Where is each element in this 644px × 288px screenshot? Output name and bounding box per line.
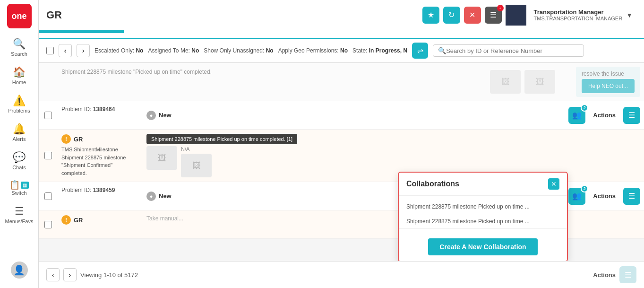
switch-icon2: ▦	[21, 182, 29, 189]
next-page-button[interactable]: ›	[77, 44, 90, 57]
row-description: Shipment 228875 milestone "Picked up on …	[58, 63, 486, 101]
row-checkbox[interactable]	[44, 112, 52, 119]
image-thumbnail: 🖼	[146, 146, 177, 170]
assigned-filter: Assigned To Me: No	[148, 47, 199, 54]
table-row: Shipment 228875 milestone "Picked up on …	[39, 63, 644, 101]
home-icon: 🏠	[13, 66, 26, 79]
row-id: ! GR	[58, 210, 143, 238]
row-type: ● New	[143, 182, 199, 210]
create-collaboration-button[interactable]: Create A New Collaboration	[428, 238, 537, 255]
collaborations-popup: Collaborations ✕ Shipment 228875 milesto…	[398, 172, 568, 261]
next-button[interactable]: ›	[63, 268, 77, 281]
collab-count-badge: 2	[581, 104, 588, 112]
geo-filter: Apply Geo Permissions: No	[278, 47, 348, 54]
collaboration-list: Shipment 228875 milestone Picked up on t…	[399, 196, 567, 233]
sidebar-item-problems[interactable]: ⚠️ Problems	[0, 90, 38, 118]
prev-page-button[interactable]: ‹	[59, 44, 72, 57]
row-images: 🖼 🖼	[486, 63, 559, 101]
menu-button[interactable]: ☰	[623, 188, 640, 205]
search-input[interactable]	[446, 47, 579, 54]
chat-icon: 💬	[13, 151, 26, 164]
escalated-filter: Escalated Only: No	[94, 47, 143, 54]
actions-label: Actions	[589, 191, 619, 201]
table-area: Shipment 228875 milestone "Picked up on …	[39, 63, 644, 261]
row-checkbox[interactable]	[44, 221, 52, 228]
notification-button[interactable]: ☰ 1	[485, 7, 502, 24]
app-logo[interactable]: one	[7, 4, 32, 28]
collaboration-button[interactable]: 👥 2	[568, 107, 585, 124]
actions-label: Actions	[589, 110, 619, 121]
status-badge: ●	[146, 111, 156, 120]
status-badge: !	[61, 215, 71, 225]
tooltip-box: Shipment 228875 milestone Picked up on t…	[146, 134, 297, 144]
resolve-text: resolve the issue	[582, 70, 624, 77]
popup-close-button[interactable]: ✕	[548, 178, 559, 190]
row-id: ! GR TMS.ShipmentMilestone Shipment 2288…	[58, 130, 143, 182]
star-button[interactable]: ★	[422, 7, 439, 24]
user-id: TMS.TRANSPORTATION_MANAGER	[534, 16, 623, 21]
sidebar-item-avatar[interactable]: 👤	[11, 257, 28, 283]
notification-badge: 1	[497, 5, 504, 11]
search-icon: 🔍	[13, 38, 26, 50]
popup-title: Collaborations	[406, 180, 459, 188]
collaboration-list-item: Shipment 228875 milestone Picked up on t…	[399, 214, 567, 229]
row-id: Problem ID: 1389464	[58, 101, 143, 129]
main-content: GR ★ ↻ ✕ ☰ 1 Transportation Manager TMS.…	[39, 0, 644, 288]
collaboration-button[interactable]: 👥 2	[568, 188, 585, 205]
row-actions: 👥 2 Actions ☰	[559, 182, 644, 210]
status-badge: !	[61, 134, 71, 144]
select-all-checkbox[interactable]	[46, 47, 54, 54]
sidebar-item-home[interactable]: 🏠 Home	[0, 61, 38, 90]
row-actions	[559, 210, 644, 238]
sidebar-item-switch[interactable]: 📋 ▦ Switch	[0, 175, 38, 201]
sidebar-item-chats[interactable]: 💬 Chats	[0, 147, 38, 175]
row-checkbox[interactable]	[44, 152, 52, 159]
unassigned-filter: Show Only Unassigned: No	[204, 47, 273, 54]
state-filter: State: In Progress, N	[352, 47, 407, 54]
row-description: TMS.ShipmentMilestone Shipment 228875 mi…	[61, 146, 139, 177]
tab-bar	[39, 30, 644, 39]
popup-footer: Create A New Collaboration	[399, 233, 567, 261]
dropdown-arrow-icon[interactable]: ▼	[626, 11, 633, 19]
tab-2[interactable]	[124, 30, 146, 39]
filter-bar: ‹ › Escalated Only: No Assigned To Me: N…	[39, 39, 644, 63]
bottom-menu-button[interactable]: ☰	[619, 266, 636, 283]
sidebar-item-menus[interactable]: ☰ Menus/Favs	[0, 201, 38, 229]
image-thumbnail: 🖼	[490, 70, 521, 94]
pagination: ‹ › Viewing 1-10 of 5172	[46, 268, 138, 281]
bottom-actions: Actions ☰	[593, 266, 636, 283]
user-avatar	[506, 5, 526, 26]
actions-label: Actions	[593, 271, 616, 279]
row-images: Shipment 228875 milestone Picked up on t…	[143, 130, 301, 182]
row-type: ● New	[143, 101, 199, 129]
tab-1[interactable]	[39, 30, 124, 33]
row-id: Problem ID: 1389459	[58, 182, 143, 210]
collaboration-list-item: Shipment 228875 milestone Picked up on t…	[399, 200, 567, 214]
user-role: Transportation Manager	[534, 9, 623, 16]
page-title: GR	[46, 9, 418, 21]
menu-button[interactable]: ☰	[623, 107, 640, 124]
collab-count-badge: 2	[581, 185, 588, 192]
sidebar-item-alerts[interactable]: 🔔 Alerts	[0, 118, 38, 147]
status-badge: ●	[146, 192, 156, 201]
image-thumbnail: 🖼	[524, 70, 555, 94]
row-actions	[559, 130, 644, 182]
search-box: 🔍	[433, 44, 584, 57]
bell-icon: 🔔	[13, 123, 26, 135]
bottom-bar: ‹ › Viewing 1-10 of 5172 Actions ☰	[39, 261, 644, 288]
table-row: Problem ID: 1389464 ● New 👥 2 Actions ☰	[39, 101, 644, 130]
prev-button[interactable]: ‹	[46, 268, 60, 281]
viewing-text: Viewing 1-10 of 5172	[80, 271, 138, 279]
help-neo-button[interactable]: Help NEO out...	[582, 79, 635, 93]
menus-icon: ☰	[15, 205, 24, 218]
switch-icon1: 📋	[9, 180, 20, 190]
close-button[interactable]: ✕	[464, 7, 481, 24]
filter-settings-button[interactable]: ⇌	[412, 43, 428, 59]
row-checkbox[interactable]	[44, 192, 52, 200]
refresh-button[interactable]: ↻	[443, 7, 460, 24]
sidebar: one 🔍 Search 🏠 Home ⚠️ Problems 🔔 Alerts…	[0, 0, 39, 288]
image-thumbnail: 🖼	[181, 154, 212, 177]
user-profile[interactable]: Transportation Manager TMS.TRANSPORTATIO…	[530, 7, 637, 23]
sidebar-item-search[interactable]: 🔍 Search	[0, 33, 38, 61]
top-bar-actions: ★ ↻ ✕ ☰ 1 Transportation Manager TMS.TRA…	[422, 5, 637, 26]
